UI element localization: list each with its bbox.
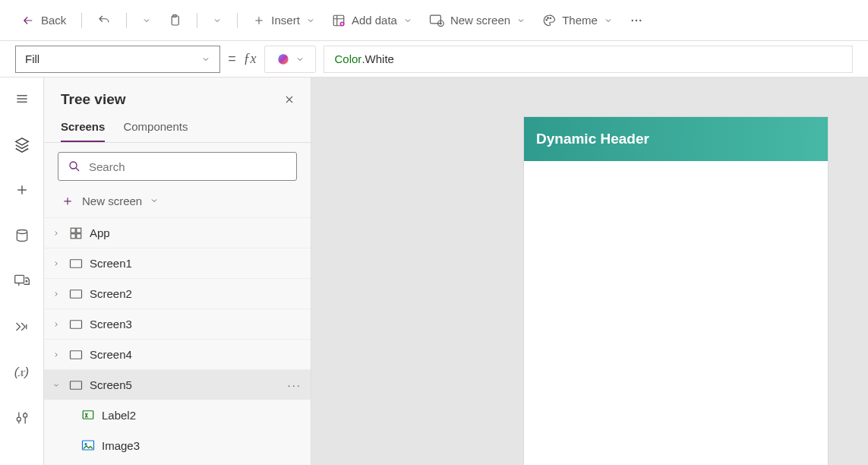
rail-data[interactable] [7,225,37,246]
screen-preview[interactable]: Dynamic Header [524,117,828,465]
separator [237,13,238,28]
chevron-down-icon [604,16,613,25]
paste-menu[interactable] [207,11,228,30]
tab-components[interactable]: Components [123,114,188,142]
property-value: Fill [25,52,39,65]
chevron-down-icon [306,16,315,25]
rail-tools[interactable] [7,407,37,429]
tree-search[interactable] [58,152,297,181]
arrow-left-icon [21,14,35,27]
plus-icon: ＋ [61,191,74,210]
data-grid-icon [332,14,346,27]
tree-item-screen1[interactable]: Screen1 [44,248,311,278]
copilot-formula-button[interactable] [264,46,316,73]
svg-point-8 [550,17,551,19]
formula-token-rest: .White [361,52,394,65]
add-data-button[interactable]: Add data [326,9,418,32]
svg-point-10 [636,19,637,21]
chevron-down-icon [295,55,305,64]
insert-button[interactable]: Insert [247,9,321,31]
undo-button[interactable] [91,9,117,32]
formula-bar: Fill = ƒx Color.White [0,41,868,78]
command-bar: Back Insert Add data [0,0,868,41]
item-more-button[interactable]: ··· [287,378,301,391]
tree-item-label: Screen3 [90,318,132,331]
rail-tree-view[interactable] [7,134,37,155]
screen-icon [68,378,84,393]
separator [81,13,82,28]
screen-icon [68,317,84,332]
svg-rect-22 [71,289,82,298]
theme-button[interactable]: Theme [536,9,619,32]
back-button[interactable]: Back [15,9,72,32]
tree-list: App Screen1 Screen2 Screen3 Screen4 [44,217,311,465]
tree-item-label2[interactable]: Label2 [44,400,311,430]
tree-item-screen2[interactable]: Screen2 [44,278,311,308]
screen-add-icon [429,14,444,27]
rail-variables[interactable]: (𝑥) [7,362,37,383]
rail-power-automate[interactable] [7,316,37,337]
svg-rect-19 [71,233,75,238]
canvas[interactable]: Dynamic Header [311,78,868,465]
screen-icon [68,256,84,271]
svg-point-16 [70,162,77,169]
new-screen-row[interactable]: ＋ New screen [44,181,311,217]
screen-icon [68,286,84,302]
chevron-down-icon [516,16,526,25]
dynamic-header[interactable]: Dynamic Header [524,117,828,161]
rail-media[interactable] [7,270,37,292]
svg-rect-17 [71,228,75,232]
tree-item-image3[interactable]: Image3 [44,430,311,460]
tree-item-screen4[interactable]: Screen4 [44,339,311,369]
tree-item-label: Screen5 [90,378,132,391]
new-screen-label: New screen [82,195,142,207]
tree-item-screen5[interactable]: Screen5 ··· [44,369,311,400]
svg-rect-26 [83,411,93,419]
close-panel-button[interactable] [283,93,295,106]
svg-rect-4 [430,15,440,24]
undo-icon [97,14,111,27]
overflow-button[interactable] [623,9,649,32]
image-icon [80,438,96,453]
add-data-label: Add data [352,14,397,27]
chevron-down-icon [50,381,62,389]
svg-point-7 [548,17,549,18]
tree-item-app[interactable]: App [44,217,311,248]
tree-item-label: Screen2 [90,287,132,300]
tab-screens[interactable]: Screens [61,114,105,142]
more-icon [630,14,643,27]
separator [197,13,197,28]
svg-rect-20 [77,233,81,238]
rail-insert[interactable] [7,179,37,201]
tree-view-panel: Tree view Screens Components ＋ New scree… [44,78,311,465]
tree-title: Tree view [61,91,126,108]
chevron-down-icon [213,16,222,25]
property-select[interactable]: Fill [15,46,220,73]
new-screen-button[interactable]: New screen [423,9,532,32]
tree-item-label: App [90,226,110,239]
header-text: Dynamic Header [536,131,649,147]
tree-item-label: Screen4 [90,348,132,361]
search-input[interactable] [89,160,287,173]
insert-label: Insert [271,14,300,27]
svg-rect-23 [71,320,82,328]
chevron-right-icon [50,290,62,298]
copilot-icon [276,52,291,67]
tree-item-screen3[interactable]: Screen3 [44,308,311,339]
formula-token-color: Color [335,52,362,65]
rail-hamburger[interactable] [7,88,37,109]
equals-sign: = [228,51,236,67]
new-screen-label: New screen [450,14,510,27]
chevron-down-icon [142,16,151,25]
tree-item-label: Image3 [102,439,140,452]
formula-input[interactable]: Color.White [324,46,853,73]
svg-point-9 [631,19,633,21]
svg-point-28 [85,443,87,445]
chevron-right-icon [50,260,62,267]
undo-menu[interactable] [136,11,157,30]
svg-rect-24 [71,350,82,359]
tree-tabs: Screens Components [44,114,311,143]
chevron-right-icon [50,321,62,328]
clipboard-icon [168,14,181,27]
paste-button[interactable] [162,9,188,32]
